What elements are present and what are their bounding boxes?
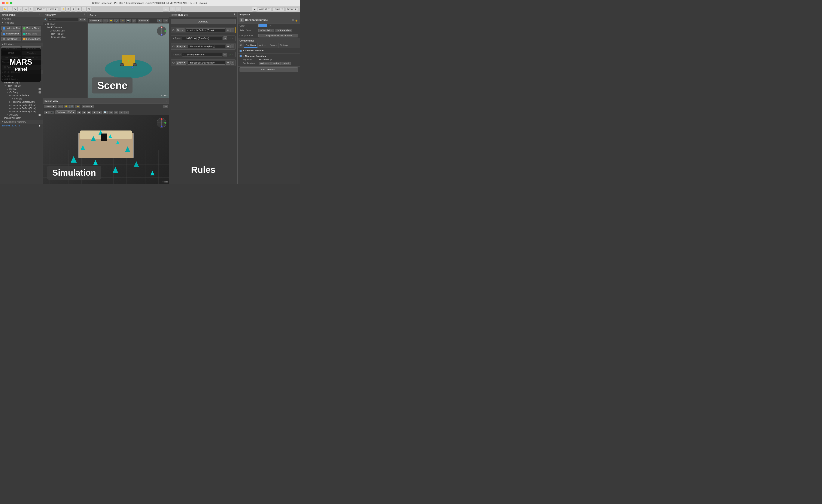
pb-play[interactable]: ▶ — [87, 111, 91, 114]
spawn-1-object[interactable]: ↕ UnitE(Clone) (Transform) — [182, 37, 223, 40]
pb-camera[interactable]: 📷 — [49, 111, 54, 114]
pb-pause[interactable]: ⏸ — [92, 111, 96, 114]
step-button[interactable]: ⏭ — [176, 7, 182, 12]
rotation-default-btn[interactable]: Default — [282, 62, 291, 65]
tree-hs-clone-3[interactable]: ▶ Horizontal Surface(Clone) — [0, 107, 43, 110]
template-vertical-plane[interactable]: Vertical Plane — [22, 26, 41, 31]
device-fx[interactable]: ✨ — [75, 105, 80, 108]
cloud-icon[interactable]: ☁ — [252, 7, 257, 12]
pb-extra[interactable]: ⊕ — [119, 111, 123, 114]
pb-eye[interactable]: 👁 — [114, 111, 118, 114]
light-toggle[interactable]: 💡 — [108, 19, 113, 22]
device-shading[interactable]: Shaded ▼ — [44, 105, 56, 108]
tree-on-every-2[interactable]: ▶ On Every 2 — [0, 113, 43, 116]
device-audio[interactable]: 🔊 — [69, 105, 74, 108]
rotation-horizontal-btn[interactable]: Horizontal — [259, 62, 271, 65]
shading-dropdown[interactable]: Shaded ▼ — [89, 19, 101, 22]
alignment-checkbox[interactable] — [240, 55, 242, 57]
inspector-lock-icon[interactable]: 🔒 — [295, 19, 298, 22]
tree-horiz-surface[interactable]: ▶ Horizontal Surface — [0, 94, 43, 97]
rect-tool[interactable]: ▭ — [23, 7, 28, 12]
scene-search[interactable]: 🔍 — [157, 19, 162, 22]
maximize-btn[interactable] — [10, 2, 12, 4]
env-bedroom[interactable]: Bedroom_20ftx17ft ▶ — [0, 124, 43, 127]
tab-settings[interactable]: Settings — [279, 43, 290, 48]
extra-tool-6[interactable]: ⊡ — [86, 7, 91, 12]
in-simulation-btn[interactable]: In Simulation — [258, 29, 274, 32]
window-controls[interactable] — [2, 2, 12, 4]
is-plane-checkbox[interactable] — [240, 50, 242, 52]
play-button[interactable]: ▶ — [163, 7, 169, 12]
spawn-2-object[interactable]: ↕ Crystals (Transform) — [182, 53, 223, 56]
spawn-2-settings[interactable]: ⚙ — [223, 53, 227, 56]
extra-tool-5[interactable]: ▷ — [81, 7, 86, 12]
rule-3-trigger[interactable]: Every ▼ — [176, 61, 186, 65]
hand-tool[interactable]: ✋ — [3, 7, 7, 12]
pb-clip-select[interactable]: Bedroom_12ftx1▼ — [55, 110, 76, 114]
environment-hierarchy-header[interactable]: ▼ Environment Hierarchy ⋮ — [0, 120, 43, 124]
template-horizontal-plan[interactable]: Horizontal Plan — [1, 26, 21, 31]
pb-loop[interactable]: 🔄 — [103, 111, 108, 114]
tree-on-one[interactable]: ▶ On One 1 — [0, 87, 43, 91]
scale-tool[interactable]: ⤡ — [18, 7, 23, 12]
pb-next[interactable]: ⏭ — [108, 111, 113, 114]
rule-3-more[interactable]: ⋯ — [230, 61, 234, 65]
device-2d[interactable]: 2D — [58, 105, 63, 108]
layers-dropdown[interactable]: Layers ▼ — [272, 7, 285, 11]
add-rule-button[interactable]: Add Rule — [171, 19, 236, 24]
hier-planes-visualizer[interactable]: Planes Visualizer — [43, 36, 87, 39]
rule-2-trigger[interactable]: Every ▼ — [176, 45, 186, 48]
account-dropdown[interactable]: Account ▼ — [258, 7, 272, 11]
tree-crystals[interactable]: ▶ Crystals — [0, 97, 43, 100]
tab-conditions[interactable]: Conditions — [244, 43, 258, 48]
rule-3-settings[interactable]: ⚙ — [226, 61, 230, 65]
all-btn[interactable]: All — [163, 19, 168, 22]
extra-tool-1[interactable]: ⚡ — [61, 7, 65, 12]
inspector-eye-icon[interactable]: 👁 — [292, 19, 294, 22]
sim-gizmo[interactable] — [156, 117, 167, 128]
color-more-btn[interactable]: ⋯ — [269, 24, 271, 27]
device-all[interactable]: All — [163, 105, 168, 108]
tree-on-every[interactable]: ▼ On Every 3 — [0, 91, 43, 94]
tree-proxy-rule-set[interactable]: ▼ Proxy Rule Set — [0, 84, 43, 87]
extra-tool-3[interactable]: ⚙ — [71, 7, 76, 12]
scene-grid[interactable]: ⊞ — [132, 19, 136, 22]
close-btn[interactable] — [2, 2, 5, 4]
local-dropdown[interactable]: Local ▼ — [47, 7, 58, 11]
hierarchy-all-dropdown[interactable]: All ▼ — [79, 18, 86, 21]
pause-button[interactable]: ⏸ — [169, 7, 175, 12]
pb-prev[interactable]: ⏮ — [77, 111, 81, 114]
hier-mars-session[interactable]: MARS Session — [43, 26, 87, 29]
minimize-btn[interactable] — [6, 2, 9, 4]
compare-sim-btn[interactable]: Compare in Simulation View — [258, 34, 298, 37]
add-condition-btn[interactable]: Add Condition... — [240, 67, 298, 72]
tree-hs-clone-1[interactable]: ▶ Horizontal Surface(Clone) — [0, 100, 43, 104]
rule-1-trigger[interactable]: One ▼ — [176, 28, 185, 32]
tree-planes-vis[interactable]: Planes Visualizer — [0, 116, 43, 120]
scene-camera[interactable]: 📷 — [126, 19, 131, 22]
tree-hs-clone-2[interactable]: ▶ Horizontal Surface(Clone) — [0, 104, 43, 107]
mars-panel-options[interactable]: ⋮ — [39, 13, 41, 16]
extra-tool-2[interactable]: ⊞ — [66, 7, 71, 12]
layout-dropdown[interactable]: Layout ▼ — [286, 7, 298, 11]
extra-tool-4[interactable]: ▦ — [76, 7, 81, 12]
move-tool[interactable]: ✛ — [8, 7, 12, 12]
tree-hs-clone-4[interactable]: ▶ Horizontal Surface(Clone) — [0, 110, 43, 113]
rule-1-proxy[interactable]: # Horizontal Surface (Proxy) — [186, 28, 225, 32]
template-floor-object[interactable]: Floor Object — [1, 37, 21, 41]
hier-untitled[interactable]: ▼ Untitled* — [43, 23, 87, 26]
pb-back[interactable]: ◀ — [82, 111, 86, 114]
tab-all[interactable]: All — [238, 43, 244, 48]
spawn-1-settings[interactable]: ⚙ — [223, 36, 227, 40]
template-face-mask[interactable]: Face Mask — [22, 31, 41, 36]
rule-2-proxy[interactable]: # Horizontal Surface (Proxy) — [187, 45, 225, 48]
universal-tool[interactable]: ⊕ — [28, 7, 33, 12]
fx-toggle[interactable]: ✨ — [120, 19, 125, 22]
rule-2-settings[interactable]: ⚙ — [226, 44, 230, 48]
sim-viewport[interactable]: < Persp Simulation — [43, 115, 169, 184]
rotate-tool[interactable]: ↻ — [13, 7, 18, 12]
hierarchy-search-input[interactable] — [48, 18, 78, 21]
rule-2-more[interactable]: ⋯ — [230, 44, 234, 48]
rule-1-more[interactable]: ⋯ — [230, 28, 234, 32]
template-image-marker[interactable]: Image Marker — [1, 31, 21, 36]
